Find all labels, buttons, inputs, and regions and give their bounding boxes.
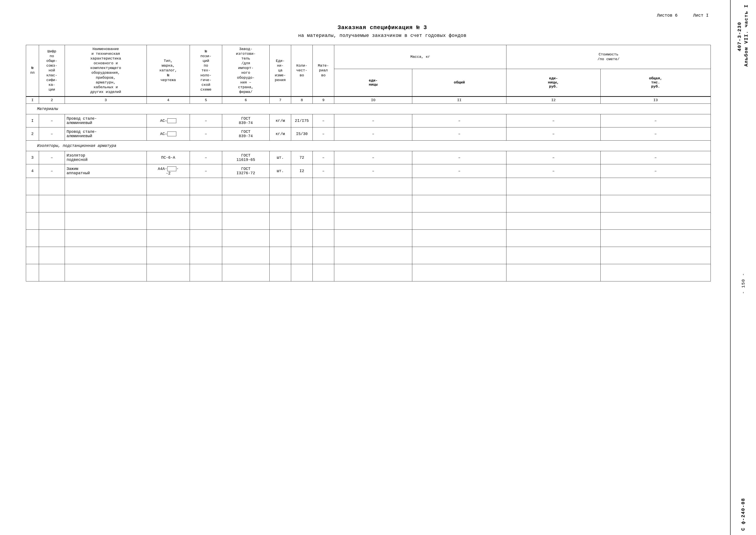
- row3-massa-ed: –: [334, 151, 412, 164]
- col-tip-header: Тип,марка,каталог,№чертежа: [147, 45, 190, 97]
- album-info: Альбом VII. часть I: [743, 4, 750, 67]
- data-row-1: I – Провод стале-алюминиевый АС– – ГОСТ8…: [26, 114, 711, 127]
- section-title-2: Изоляторы, подстанционная арматура: [26, 140, 711, 151]
- section-title-1: Материалы: [26, 103, 711, 114]
- row2-stoi-ob: –: [600, 127, 711, 140]
- row4-tip: А4А- --2: [147, 164, 190, 178]
- row4-massa-ob: –: [412, 164, 506, 178]
- col-shifr-header: Шифрпообще-союз-нойклас-сифи-ка-ции: [39, 45, 65, 97]
- row4-ed: шт.: [270, 164, 291, 178]
- col-n-12: I2: [506, 97, 601, 103]
- row4-num: 4: [26, 164, 39, 178]
- row1-tip: АС–: [147, 114, 190, 127]
- header-info: Листов 6 Лист I: [26, 13, 709, 18]
- table-wrapper: №пп Шифрпообще-союз-нойклас-сифи-ка-ции …: [26, 45, 711, 281]
- row1-massa-ed: –: [334, 114, 412, 127]
- row1-kol: 2I/I75: [291, 114, 313, 127]
- row1-shifr: –: [39, 114, 65, 127]
- main-table: №пп Шифрпообще-союз-нойклас-сифи-ка-ции …: [26, 45, 711, 281]
- row4-massa-ed: –: [334, 164, 412, 178]
- page-container: Листов 6 Лист I Заказная спецификация № …: [0, 0, 756, 535]
- row3-ed: шт.: [270, 151, 291, 164]
- row1-mat: –: [313, 114, 334, 127]
- row4-pozi: –: [190, 164, 222, 178]
- data-row-4: 4 – Зажимаппаратный А4А- --2 – ГОСТI3276…: [26, 164, 711, 178]
- row4-shifr: –: [39, 164, 65, 178]
- col-n-7: 7: [270, 97, 291, 103]
- col-numbers-row: I 2 3 4 5 6 7 8 9 IO II I2 I3: [26, 97, 711, 103]
- right-sidebar: 407-3-230 Альбом VII. часть I - 150 - С …: [730, 0, 756, 535]
- sidebar-side-number: - 150 -: [741, 273, 746, 294]
- row2-ed: кг/м: [270, 127, 291, 140]
- row1-ed: кг/м: [270, 114, 291, 127]
- row1-num: I: [26, 114, 39, 127]
- empty-row-2: [26, 195, 711, 212]
- row3-shifr: –: [39, 151, 65, 164]
- empty-row-4: [26, 229, 711, 247]
- row2-num: 2: [26, 127, 39, 140]
- col-stoi-header: Стоимость/по смете/: [506, 45, 711, 69]
- col-pozi-header: №пози-цийпотех-ноло-гиче-скойсхеме: [190, 45, 222, 97]
- col-massa-ob-header: общий: [412, 69, 506, 97]
- row4-zavod: ГОСТI3276-72: [222, 164, 270, 178]
- col-stoi-ed-header: еди-ницы,руб.: [506, 69, 601, 97]
- row4-name: Зажимаппаратный: [65, 164, 147, 178]
- empty-row-6: [26, 264, 711, 281]
- side-number-text: - 150 -: [741, 273, 746, 294]
- row3-kol: 72: [291, 151, 313, 164]
- row1-name: Провод стале-алюминиевый: [65, 114, 147, 127]
- row2-mat: –: [313, 127, 334, 140]
- empty-row-5: [26, 247, 711, 264]
- col-zavod-header: Завод-изготови-тель/дляимпорт-ногооборуд…: [222, 45, 270, 97]
- row3-name: Изоляторподвесной: [65, 151, 147, 164]
- col-n-9: 9: [313, 97, 334, 103]
- sheet-label: Лист I: [693, 13, 709, 18]
- row1-stoi-ed: –: [506, 114, 601, 127]
- row1-zavod: ГОСТ839-74: [222, 114, 270, 127]
- col-n-4: 4: [147, 97, 190, 103]
- col-name-header: Наименованиеи техническаяхарактеристикао…: [65, 45, 147, 97]
- row2-pozi: –: [190, 127, 222, 140]
- sidebar-bottom-text: С ф-240-08: [741, 498, 746, 531]
- section-header-1: Материалы: [26, 103, 711, 114]
- row4-stoi-ob: –: [600, 164, 711, 178]
- row3-stoi-ob: –: [600, 151, 711, 164]
- empty-row-1: [26, 178, 711, 195]
- col-n-8: 8: [291, 97, 313, 103]
- row3-num: 3: [26, 151, 39, 164]
- col-massa-header: Масса, кг: [334, 45, 506, 69]
- data-row-3: 3 – Изоляторподвесной ПС-6-А – ГОСТ11619…: [26, 151, 711, 164]
- row4-stoi-ed: –: [506, 164, 601, 178]
- row1-tip-box: [167, 118, 176, 123]
- data-row-2: 2 – Провод стале-алюминиевый АС– – ГОСТ8…: [26, 127, 711, 140]
- col-n-5: 5: [190, 97, 222, 103]
- row3-pozi: –: [190, 151, 222, 164]
- section-header-2: Изоляторы, подстанционная арматура: [26, 140, 711, 151]
- main-title: Заказная спецификация № 3: [26, 24, 739, 31]
- col-n-11: II: [412, 97, 506, 103]
- row2-tip: АС–: [147, 127, 190, 140]
- row2-zavod: ГОСТ839-74: [222, 127, 270, 140]
- col-num-header: №пп: [26, 45, 39, 97]
- col-massa-ed-header: еди-ницы: [334, 69, 412, 97]
- col-n-13: I3: [600, 97, 711, 103]
- row1-pozi: –: [190, 114, 222, 127]
- row4-kol: I2: [291, 164, 313, 178]
- header-row-1: №пп Шифрпообще-союз-нойклас-сифи-ка-ции …: [26, 45, 711, 69]
- col-n-6: 6: [222, 97, 270, 103]
- sub-title: на материалы, получаемые заказчиком в сч…: [26, 33, 739, 39]
- row2-massa-ed: –: [334, 127, 412, 140]
- row3-zavod: ГОСТ11619-65: [222, 151, 270, 164]
- row3-stoi-ed: –: [506, 151, 601, 164]
- row4-tip-box: [167, 166, 176, 171]
- row2-kol: I5/30: [291, 127, 313, 140]
- row2-stoi-ed: –: [506, 127, 601, 140]
- col-mat-header: Мате-риалво: [313, 45, 334, 97]
- col-n-2: 2: [39, 97, 65, 103]
- sidebar-top-text: 407-3-230 Альбом VII. часть I: [737, 4, 750, 69]
- row3-mat: –: [313, 151, 334, 164]
- col-stoi-ob-header: общая,тнс.руб.: [600, 69, 711, 97]
- col-kol-header: Коли-чест-во: [291, 45, 313, 97]
- row2-massa-ob: –: [412, 127, 506, 140]
- bottom-code: С ф-240-08: [741, 498, 746, 531]
